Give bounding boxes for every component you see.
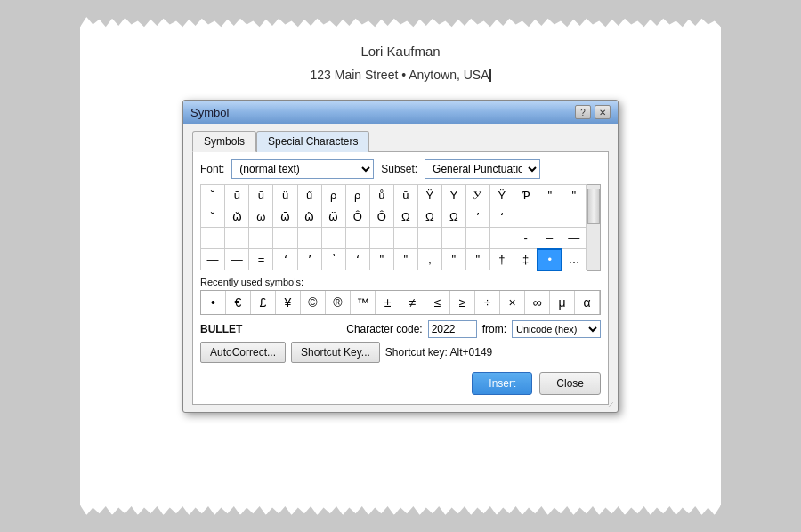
subset-select[interactable]: General Punctuation <box>425 159 540 179</box>
scrollbar-thumb[interactable] <box>587 189 600 224</box>
tab-special-characters[interactable]: Special Characters <box>256 131 369 152</box>
symbol-cell[interactable]: ʻ <box>345 249 369 270</box>
symbol-cell[interactable]: ū <box>249 185 273 206</box>
symbol-cell[interactable]: Ƥ <box>514 185 538 206</box>
symbol-cell[interactable] <box>562 206 586 228</box>
close-button[interactable]: ✕ <box>595 105 611 119</box>
symbol-cell[interactable] <box>225 228 249 249</box>
symbol-cell[interactable]: " <box>465 249 490 270</box>
recent-cell[interactable]: ¥ <box>276 291 301 314</box>
from-select[interactable]: Unicode (hex) <box>512 320 601 338</box>
symbol-cell[interactable]: Ô <box>345 206 369 228</box>
symbol-table: ˘ ŭ ū ü ű ρ ρ ů ū Ÿ Ȳ Ỿ <box>200 184 587 271</box>
recent-cell[interactable]: ® <box>326 291 351 314</box>
symbol-cell[interactable]: Ω <box>417 206 441 228</box>
symbol-cell[interactable]: ω <box>249 206 273 228</box>
autocorrect-button[interactable]: AutoCorrect... <box>200 342 286 363</box>
symbol-cell[interactable]: " <box>441 249 465 270</box>
symbol-cell[interactable]: ω̄ <box>273 206 297 228</box>
symbol-cell[interactable] <box>297 228 321 249</box>
symbol-cell[interactable] <box>321 228 345 249</box>
symbol-scrollbar[interactable] <box>587 184 601 271</box>
symbol-cell[interactable] <box>273 228 297 249</box>
symbol-cell[interactable]: — <box>201 249 225 270</box>
recent-cell[interactable]: € <box>226 291 251 314</box>
symbol-cell[interactable]: Ω <box>441 206 465 228</box>
symbol-cell[interactable]: ʼ <box>465 206 490 228</box>
symbol-cell[interactable]: ρ <box>321 185 345 206</box>
symbol-cell[interactable]: " <box>369 249 393 270</box>
symbol-cell[interactable]: ů <box>369 185 393 206</box>
recent-cell[interactable]: ≠ <box>400 291 425 314</box>
symbol-cell[interactable]: ü <box>273 185 297 206</box>
symbol-cell[interactable]: ŭ <box>225 185 249 206</box>
symbol-cell[interactable]: ˘ <box>201 185 225 206</box>
char-code-input[interactable]: 2022 <box>428 320 477 338</box>
symbol-cell[interactable]: Ÿ <box>490 185 514 206</box>
symbol-cell[interactable]: ‡ <box>514 249 538 270</box>
symbol-cell[interactable] <box>514 206 538 228</box>
symbol-cell[interactable]: ˘ <box>201 206 225 228</box>
symbol-cell[interactable] <box>201 228 225 249</box>
close-dialog-button[interactable]: Close <box>539 372 601 395</box>
symbol-cell[interactable] <box>417 228 441 249</box>
symbol-cell[interactable]: " <box>538 185 562 206</box>
symbol-cell[interactable]: ω̈ <box>321 206 345 228</box>
symbol-cell[interactable]: " <box>562 185 586 206</box>
symbol-cell[interactable] <box>538 206 562 228</box>
symbol-cell[interactable]: = <box>249 249 273 270</box>
character-info-row: BULLET Character code: 2022 from: Unicod… <box>200 320 601 338</box>
recent-cell[interactable]: • <box>201 291 226 314</box>
symbol-cell[interactable]: ω̃ <box>297 206 321 228</box>
symbol-cell[interactable]: ‚ <box>417 249 441 270</box>
recent-cell[interactable]: £ <box>251 291 276 314</box>
recent-cell[interactable]: ≥ <box>450 291 475 314</box>
recently-used-label: Recently used symbols: <box>200 277 601 287</box>
symbol-cell[interactable] <box>465 228 490 249</box>
recent-cell[interactable]: μ <box>550 291 575 314</box>
symbol-cell[interactable]: ʻ <box>490 206 514 228</box>
symbol-cell-selected[interactable]: • <box>538 249 562 270</box>
symbol-cell[interactable]: Ȳ <box>441 185 465 206</box>
symbol-cell[interactable]: — <box>562 228 586 249</box>
symbol-cell[interactable]: – <box>538 228 562 249</box>
recent-cell[interactable]: © <box>301 291 326 314</box>
symbol-cell[interactable]: - <box>514 228 538 249</box>
symbol-cell[interactable] <box>369 228 393 249</box>
help-button[interactable]: ? <box>575 105 591 119</box>
symbol-cell[interactable] <box>393 228 417 249</box>
symbol-cell[interactable]: † <box>490 249 514 270</box>
symbol-cell[interactable] <box>345 228 369 249</box>
symbol-cell[interactable]: Ô <box>369 206 393 228</box>
symbol-cell[interactable] <box>490 228 514 249</box>
tab-symbols[interactable]: Symbols <box>192 131 256 152</box>
symbol-cell[interactable]: " <box>393 249 417 270</box>
resize-handle[interactable]: ⟋ <box>605 399 616 410</box>
symbol-cell[interactable]: ʽ <box>321 249 345 270</box>
dialog-controls: ? ✕ <box>575 105 611 119</box>
recent-cell[interactable]: ÷ <box>475 291 500 314</box>
symbol-cell[interactable]: Ÿ <box>417 185 441 206</box>
recent-cell[interactable]: ™ <box>351 291 376 314</box>
symbol-cell[interactable]: ω̆ <box>225 206 249 228</box>
shortcut-buttons-row: AutoCorrect... Shortcut Key... Shortcut … <box>200 342 601 363</box>
symbol-cell[interactable] <box>441 228 465 249</box>
recent-cell[interactable]: ≤ <box>425 291 450 314</box>
symbol-cell[interactable]: ű <box>297 185 321 206</box>
symbol-cell[interactable]: — <box>225 249 249 270</box>
symbol-cell[interactable]: ū <box>393 185 417 206</box>
font-select[interactable]: (normal text) <box>231 159 374 179</box>
symbol-cell[interactable]: ρ <box>345 185 369 206</box>
recent-cell[interactable]: ± <box>376 291 400 314</box>
symbol-cell[interactable]: … <box>562 249 586 270</box>
symbol-cell[interactable]: ʻ <box>273 249 297 270</box>
symbol-cell[interactable]: Ω <box>393 206 417 228</box>
recent-cell[interactable]: × <box>500 291 525 314</box>
recent-cell[interactable]: ∞ <box>525 291 550 314</box>
symbol-cell[interactable] <box>249 228 273 249</box>
shortcut-key-button[interactable]: Shortcut Key... <box>291 342 380 363</box>
insert-button[interactable]: Insert <box>472 372 532 395</box>
symbol-cell[interactable]: Ỿ <box>465 185 490 206</box>
symbol-cell[interactable]: ʼ <box>297 249 321 270</box>
recent-cell[interactable]: α <box>575 291 600 314</box>
